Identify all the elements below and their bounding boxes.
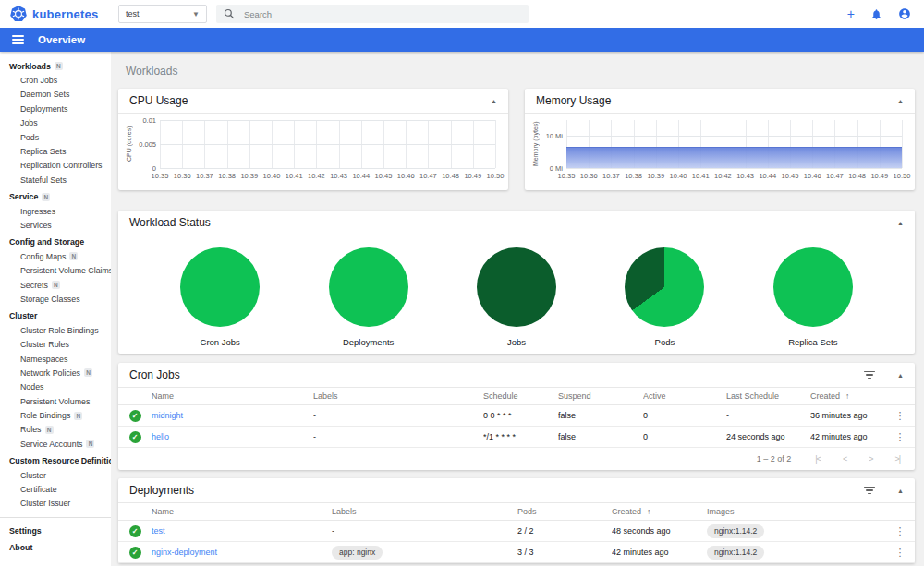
deployment-name-link[interactable]: nginx-deployment bbox=[152, 548, 217, 557]
kubernetes-logo[interactable]: kubernetes bbox=[9, 5, 105, 23]
previous-page-icon[interactable]: < bbox=[843, 454, 846, 464]
filter-icon[interactable] bbox=[863, 371, 875, 379]
col-created[interactable]: Created↑ bbox=[810, 391, 885, 401]
collapse-card-icon[interactable]: ▲ bbox=[897, 98, 904, 104]
last-page-icon[interactable]: >| bbox=[894, 454, 900, 464]
col-labels[interactable]: Labels bbox=[332, 507, 517, 516]
x-axis-tick: 10:49 bbox=[464, 172, 481, 180]
sidebar-item-cron-jobs[interactable]: Cron Jobs bbox=[0, 73, 111, 87]
namespaced-badge: N bbox=[69, 252, 78, 260]
cron-job-row[interactable]: ✓ hello - */1 * * * * false 0 24 seconds… bbox=[118, 427, 915, 448]
sidebar-item-service-accounts[interactable]: Service AccountsN bbox=[0, 437, 111, 451]
cronjob-last-schedule[interactable]: - bbox=[726, 411, 729, 420]
cronjob-last-schedule[interactable]: 24 seconds ago bbox=[726, 432, 785, 441]
deployment-created[interactable]: 48 seconds ago bbox=[612, 526, 671, 536]
col-name[interactable]: Name bbox=[152, 391, 313, 401]
deployment-row[interactable]: ✓ test - 2 / 2 48 seconds ago nginx:1.14… bbox=[118, 521, 915, 542]
col-labels[interactable]: Labels bbox=[313, 391, 483, 401]
x-axis-tick: 10:47 bbox=[826, 172, 844, 180]
sidebar-item-ingresses[interactable]: Ingresses bbox=[0, 204, 111, 218]
sidebar-header-cluster: Cluster bbox=[0, 309, 111, 323]
sidebar-item-jobs[interactable]: Jobs bbox=[0, 116, 111, 130]
col-last-schedule[interactable]: Last Schedule bbox=[726, 391, 810, 401]
sidebar-item-persistent-volumes[interactable]: Persistent Volumes bbox=[0, 394, 111, 408]
cronjob-created[interactable]: 42 minutes ago bbox=[810, 432, 868, 441]
namespaced-badge: N bbox=[55, 62, 63, 70]
row-menu-kebab-icon[interactable]: ⋮ bbox=[885, 431, 915, 443]
menu-hamburger-icon[interactable] bbox=[12, 35, 24, 44]
deployment-row[interactable]: ✓ nginx-deployment app: nginx 3 / 3 42 m… bbox=[118, 542, 915, 563]
namespace-selector[interactable]: test ▼ bbox=[118, 5, 207, 23]
y-axis-ticks: 0.010.0050 bbox=[136, 120, 160, 168]
top-header: kubernetes test ▼ + bbox=[0, 0, 924, 28]
sidebar-item-network-policies[interactable]: Network PoliciesN bbox=[0, 366, 111, 379]
col-pods[interactable]: Pods bbox=[517, 507, 612, 516]
sidebar-item-crd-cluster-issuer[interactable]: Cluster Issuer bbox=[0, 497, 111, 511]
col-name[interactable]: Name bbox=[152, 507, 332, 516]
search-input[interactable] bbox=[244, 9, 521, 19]
cronjob-created[interactable]: 36 minutes ago bbox=[810, 411, 868, 420]
sidebar-item-settings[interactable]: Settings bbox=[0, 524, 111, 537]
sidebar-header-custom-resource-definitions: Custom Resource Definitions bbox=[0, 454, 111, 468]
sidebar-item-replica-sets[interactable]: Replica Sets bbox=[0, 144, 111, 158]
sidebar-item-pods[interactable]: Pods bbox=[0, 130, 111, 144]
x-axis-tick: 10:37 bbox=[196, 172, 213, 180]
label-chip: app: nginx bbox=[332, 546, 383, 560]
sidebar-item-daemon-sets[interactable]: Daemon Sets bbox=[0, 88, 111, 102]
deployment-name-link[interactable]: test bbox=[152, 526, 165, 536]
pie-label: Deployments bbox=[343, 337, 394, 347]
row-menu-kebab-icon[interactable]: ⋮ bbox=[885, 525, 915, 537]
col-suspend[interactable]: Suspend bbox=[558, 391, 643, 401]
sidebar-item-replication-controllers[interactable]: Replication Controllers bbox=[0, 159, 111, 173]
cron-job-row[interactable]: ✓ midnight - 0 0 * * * false 0 - 36 minu… bbox=[118, 405, 915, 427]
filter-icon[interactable] bbox=[863, 487, 875, 494]
x-axis-tick: 10:50 bbox=[487, 172, 505, 180]
sidebar-item-secrets[interactable]: SecretsN bbox=[0, 278, 111, 292]
sidebar-item-storage-classes[interactable]: Storage Classes bbox=[0, 292, 111, 306]
sidebar-item-workloads[interactable]: Workloads N bbox=[0, 59, 111, 73]
user-profile-icon[interactable] bbox=[898, 7, 911, 20]
col-active[interactable]: Active bbox=[643, 391, 726, 401]
next-page-icon[interactable]: > bbox=[869, 454, 872, 464]
sidebar-item-roles[interactable]: RolesN bbox=[0, 423, 111, 437]
create-resource-button[interactable]: + bbox=[847, 7, 855, 20]
cronjob-name-link[interactable]: midnight bbox=[152, 411, 183, 420]
col-schedule[interactable]: Schedule bbox=[483, 391, 558, 401]
collapse-card-icon[interactable]: ▲ bbox=[897, 372, 904, 379]
sidebar-item-crd-cluster[interactable]: Cluster bbox=[0, 468, 111, 482]
sidebar-item-cluster-role-bindings[interactable]: Cluster Role Bindings bbox=[0, 323, 111, 337]
row-menu-kebab-icon[interactable]: ⋮ bbox=[885, 547, 915, 559]
x-axis-tick: 10:40 bbox=[263, 172, 281, 180]
header-actions: + bbox=[847, 7, 924, 20]
cronjob-labels: - bbox=[313, 432, 483, 441]
sidebar-item-config-maps[interactable]: Config MapsN bbox=[0, 249, 111, 263]
pie-chart-replica-sets bbox=[773, 247, 853, 327]
deployment-created[interactable]: 42 minutes ago bbox=[612, 548, 669, 557]
sidebar-item-role-bindings[interactable]: Role BindingsN bbox=[0, 408, 111, 422]
col-images[interactable]: Images bbox=[707, 507, 885, 516]
sidebar-item-stateful-sets[interactable]: Stateful Sets bbox=[0, 173, 111, 187]
sidebar-item-cluster-roles[interactable]: Cluster Roles bbox=[0, 337, 111, 351]
y-axis-tick: 0.01 bbox=[142, 116, 156, 125]
x-axis-tick: 10:48 bbox=[442, 172, 459, 180]
collapse-card-icon[interactable]: ▲ bbox=[491, 98, 497, 104]
chevron-down-icon: ▼ bbox=[192, 10, 200, 18]
sidebar-item-about[interactable]: About bbox=[0, 541, 111, 555]
memory-usage-card: Memory Usage ▲ Memory (bytes) 10 Mi0 Mi … bbox=[525, 89, 915, 190]
sidebar-item-deployments[interactable]: Deployments bbox=[0, 102, 111, 115]
sidebar-item-crd-certificate[interactable]: Certificate bbox=[0, 482, 111, 496]
cronjob-name-link[interactable]: hello bbox=[152, 432, 169, 441]
sidebar-item-nodes[interactable]: Nodes bbox=[0, 380, 111, 394]
sidebar-item-services[interactable]: Services bbox=[0, 218, 111, 232]
sidebar-item-persistent-volume-claims[interactable]: Persistent Volume ClaimsN bbox=[0, 263, 111, 277]
collapse-card-icon[interactable]: ▲ bbox=[897, 488, 904, 494]
notifications-bell-icon[interactable] bbox=[870, 8, 882, 20]
row-menu-kebab-icon[interactable]: ⋮ bbox=[885, 410, 915, 422]
col-created[interactable]: Created↑ bbox=[612, 507, 707, 516]
x-axis-ticks: 10:3510:3610:3710:3810:3910:4010:4110:42… bbox=[566, 168, 902, 181]
search-bar[interactable] bbox=[216, 5, 529, 23]
sidebar-item-service[interactable]: Service N bbox=[0, 190, 111, 204]
first-page-icon[interactable]: |< bbox=[815, 454, 821, 464]
sidebar-item-namespaces[interactable]: Namespaces bbox=[0, 352, 111, 366]
collapse-card-icon[interactable]: ▲ bbox=[897, 220, 904, 226]
